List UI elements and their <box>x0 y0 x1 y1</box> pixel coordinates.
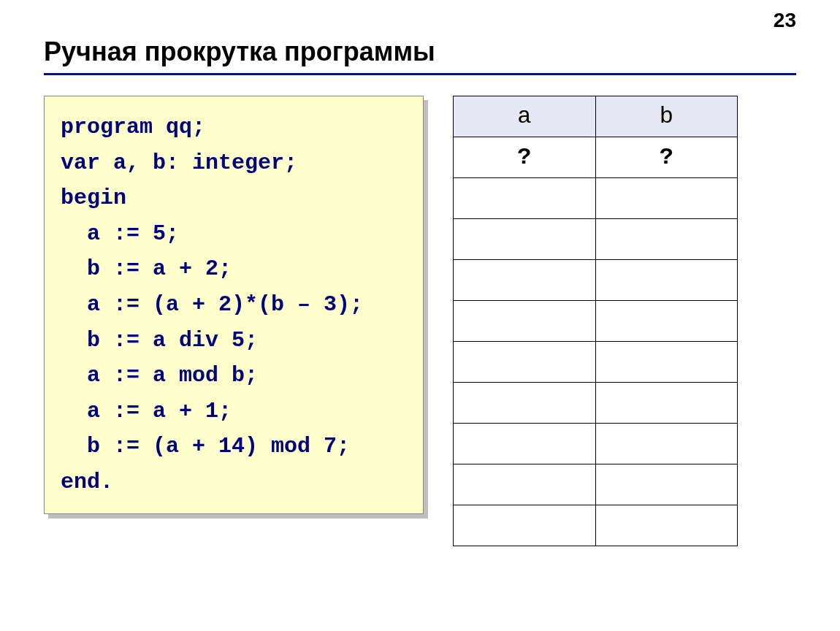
trace-table: a b ? ? <box>453 96 738 546</box>
cell-a <box>454 219 596 260</box>
cell-b <box>595 260 738 301</box>
code-line: begin <box>61 186 126 210</box>
page-number: 23 <box>774 9 796 32</box>
cell-b <box>595 219 738 260</box>
code-line: a := 5; <box>61 221 179 246</box>
code-line: program qq; <box>61 115 205 139</box>
table-row <box>454 301 738 342</box>
table-row <box>454 383 738 424</box>
cell-b <box>595 178 738 219</box>
cell-b <box>595 505 738 546</box>
table-row <box>454 260 738 301</box>
code-line: a := a mod b; <box>61 363 258 388</box>
cell-a <box>454 505 596 546</box>
code-line: a := (a + 2)*(b – 3); <box>61 292 363 317</box>
table-header-row: a b <box>454 96 738 137</box>
table-row <box>454 505 738 546</box>
content-row: program qq; var a, b: integer; begin a :… <box>44 96 796 546</box>
code-line: b := a div 5; <box>61 328 258 353</box>
cell-a <box>454 301 596 342</box>
cell-b <box>595 342 738 383</box>
table-row <box>454 178 738 219</box>
code-line: var a, b: integer; <box>61 150 297 175</box>
cell-a <box>454 342 596 383</box>
code-line: end. <box>61 470 113 494</box>
code-line: b := (a + 14) mod 7; <box>61 434 350 459</box>
table-header-b: b <box>595 96 738 137</box>
cell-b <box>595 464 738 505</box>
table-header-a: a <box>454 96 596 137</box>
cell-a <box>454 464 596 505</box>
cell-a <box>454 424 596 464</box>
table-row <box>454 342 738 383</box>
cell-a <box>454 178 596 219</box>
cell-b <box>595 301 738 342</box>
cell-a <box>454 260 596 301</box>
table-row <box>454 219 738 260</box>
cell-b: ? <box>595 137 738 178</box>
cell-b <box>595 383 738 424</box>
table-row: ? ? <box>454 137 738 178</box>
cell-a: ? <box>454 137 596 178</box>
code-line: a := a + 1; <box>61 399 232 424</box>
cell-a <box>454 383 596 424</box>
code-block: program qq; var a, b: integer; begin a :… <box>44 96 424 514</box>
table-row <box>454 424 738 464</box>
title-underline <box>44 73 796 75</box>
cell-b <box>595 424 738 464</box>
slide-title: Ручная прокрутка программы <box>44 37 796 67</box>
code-line: b := a + 2; <box>61 256 232 281</box>
table-row <box>454 464 738 505</box>
